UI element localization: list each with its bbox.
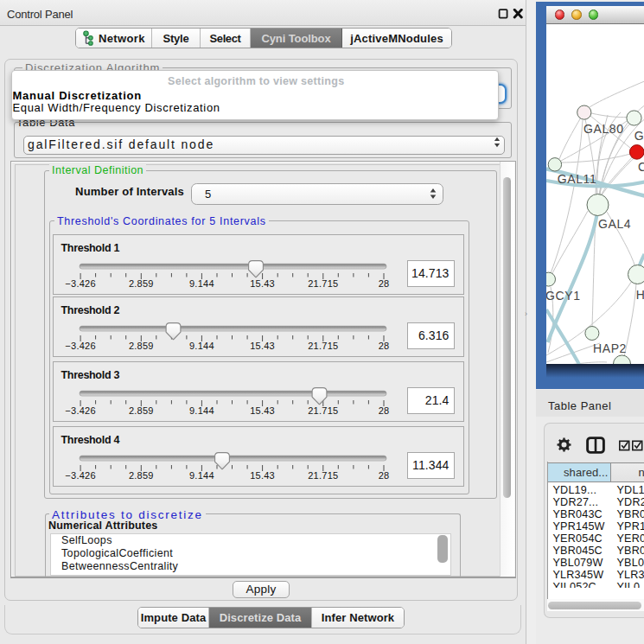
svg-text:GAL80: GAL80 xyxy=(583,121,624,135)
svg-text:HAP2: HAP2 xyxy=(593,341,627,355)
svg-text:GAL11: GAL11 xyxy=(557,171,596,185)
svg-text:CDC: CDC xyxy=(638,160,644,174)
svg-text:GAL3: GAL3 xyxy=(634,128,644,142)
svg-text:GAL4: GAL4 xyxy=(598,216,631,230)
svg-text:HA: HA xyxy=(635,288,644,302)
svg-text:GCY1: GCY1 xyxy=(546,288,581,302)
